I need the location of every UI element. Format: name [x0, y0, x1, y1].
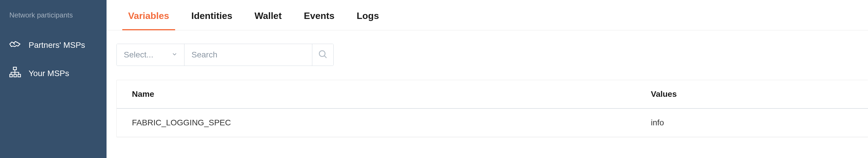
sidebar: Network participants Partners' MSPs Your…: [0, 0, 106, 158]
table-header: Name Values: [117, 80, 868, 109]
column-header-values[interactable]: Values: [651, 80, 868, 108]
handshake-icon: [9, 38, 21, 52]
tab-bar: Variables Identities Wallet Events Logs: [106, 5, 868, 30]
search-input[interactable]: [184, 44, 312, 66]
search-icon: [318, 49, 328, 60]
filter-select-placeholder: Select...: [124, 50, 153, 60]
cell-name: FABRIC_LOGGING_SPEC: [117, 109, 651, 137]
svg-line-5: [324, 56, 327, 58]
sidebar-item-partners-msps[interactable]: Partners' MSPs: [0, 31, 106, 59]
column-header-name[interactable]: Name: [117, 80, 651, 108]
svg-rect-3: [18, 74, 21, 77]
svg-point-4: [319, 51, 325, 57]
filter-group: Select...: [117, 44, 334, 66]
filter-select[interactable]: Select...: [117, 44, 184, 66]
sidebar-item-your-msps[interactable]: Your MSPs: [0, 59, 106, 88]
tab-logs[interactable]: Logs: [356, 5, 379, 30]
svg-rect-1: [10, 74, 12, 77]
svg-rect-0: [13, 67, 17, 70]
table-row[interactable]: FABRIC_LOGGING_SPEC info: [117, 109, 868, 137]
tab-variables[interactable]: Variables: [128, 5, 169, 30]
tab-wallet[interactable]: Wallet: [254, 5, 282, 30]
tab-identities[interactable]: Identities: [191, 5, 232, 30]
org-tree-icon: [9, 66, 21, 81]
variables-table: Name Values FABRIC_LOGGING_SPEC info: [117, 80, 868, 137]
sidebar-item-label: Partners' MSPs: [29, 40, 85, 50]
filter-toolbar: Select...: [106, 30, 868, 66]
sidebar-section-title: Network participants: [0, 11, 106, 31]
main-content: Variables Identities Wallet Events Logs …: [106, 0, 868, 158]
cell-values: info: [651, 109, 868, 137]
svg-rect-2: [14, 74, 17, 77]
search-button[interactable]: [312, 44, 333, 66]
tab-events[interactable]: Events: [304, 5, 335, 30]
chevron-down-icon: [171, 50, 178, 60]
sidebar-item-label: Your MSPs: [29, 69, 69, 78]
